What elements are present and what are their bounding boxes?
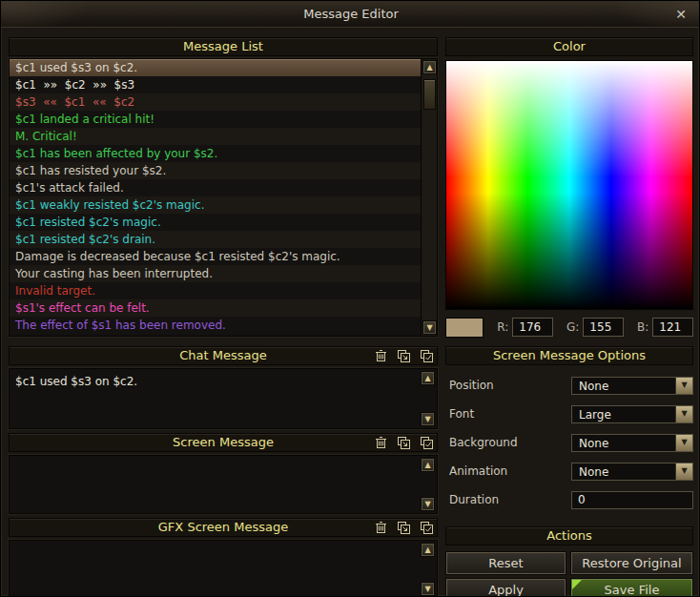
- apply-check-icon[interactable]: [420, 521, 434, 535]
- list-item[interactable]: $c1's attack failed.: [10, 179, 421, 196]
- dropdown-value: None: [579, 379, 608, 394]
- chevron-down-icon[interactable]: ▼: [675, 378, 692, 394]
- paste-icon[interactable]: [397, 521, 411, 535]
- scroll-down-icon[interactable]: ▼: [421, 497, 435, 511]
- chevron-down-icon[interactable]: ▼: [675, 406, 692, 422]
- delete-icon[interactable]: [374, 521, 388, 535]
- restore-original-button[interactable]: Restore Original: [570, 551, 693, 575]
- screen-message-options-title: Screen Message Options: [493, 348, 646, 362]
- scroll-up-icon[interactable]: ▲: [421, 543, 435, 557]
- dropdown-value: Large: [579, 407, 611, 422]
- message-list-header: Message List: [9, 37, 438, 56]
- screen-message-text: [10, 456, 437, 462]
- list-item[interactable]: Invalid target.: [10, 282, 421, 299]
- window-title: Message Editor: [1, 7, 700, 21]
- list-item[interactable]: $s1's effect can be felt.: [10, 299, 421, 317]
- g-label: G:: [566, 320, 579, 334]
- list-item[interactable]: $c1 has been affected by your $s2.: [10, 145, 421, 162]
- actions-title: Actions: [546, 528, 592, 543]
- action-button-label: Save File: [605, 583, 660, 597]
- chat-message-area[interactable]: $c1 used $s3 on $c2. ▲ ▼: [9, 368, 438, 429]
- scroll-up-icon[interactable]: ▲: [421, 458, 435, 472]
- left-column: Message List $c1 used $s3 on $c2.$c1 »» …: [9, 37, 438, 597]
- chat-message-header: Chat Message: [9, 346, 438, 365]
- r-label: R:: [497, 320, 508, 334]
- list-item[interactable]: $c1 »» $c2 »» $s3: [10, 76, 421, 93]
- list-item[interactable]: $s3 «« $c1 «« $c2: [10, 93, 421, 111]
- screen-message-header: Screen Message: [9, 433, 438, 452]
- paste-icon[interactable]: [397, 349, 411, 363]
- list-item[interactable]: Damage is decreased because $c1 resisted…: [10, 248, 421, 265]
- duration-label: Duration: [449, 493, 499, 506]
- right-column: Color R: 176 G: 155 B: 121 Screen Messag…: [445, 37, 693, 597]
- message-list-title: Message List: [183, 39, 263, 53]
- message-list-rows: $c1 used $s3 on $c2.$c1 »» $c2 »» $s3$s3…: [10, 59, 421, 334]
- chevron-down-icon[interactable]: ▼: [675, 463, 692, 480]
- list-item[interactable]: $c1 landed a critical hit!: [10, 111, 421, 128]
- action-button-label: Apply: [488, 583, 524, 597]
- font-dropdown[interactable]: Large▼: [571, 405, 693, 423]
- animation-label: Animation: [449, 464, 507, 478]
- options-rows: PositionNone▼FontLarge▼BackgroundNone▼An…: [445, 377, 693, 480]
- scroll-down-icon[interactable]: ▼: [421, 412, 435, 426]
- position-dropdown[interactable]: None▼: [571, 377, 693, 395]
- b-label: B:: [637, 320, 649, 334]
- screen-message-options-header: Screen Message Options: [445, 346, 693, 365]
- scroll-up-icon[interactable]: ▲: [421, 371, 435, 385]
- list-item[interactable]: The effect of $s1 has been removed.: [10, 317, 421, 334]
- option-row: FontLarge▼: [445, 405, 693, 422]
- color-picker-gradient[interactable]: [445, 60, 693, 310]
- action-button-label: Restore Original: [582, 556, 681, 570]
- actions-grid: ResetRestore OriginalApplySave File: [445, 551, 693, 597]
- b-input[interactable]: 121: [652, 318, 693, 337]
- title-bar: Message Editor ✕: [1, 1, 700, 28]
- list-item[interactable]: $c1 weakly resisted $c2's magic.: [10, 196, 421, 214]
- close-icon[interactable]: ✕: [672, 6, 690, 23]
- list-item[interactable]: $c1 resisted $c2's magic.: [10, 214, 421, 231]
- r-input[interactable]: 176: [512, 318, 553, 337]
- apply-check-icon[interactable]: [420, 349, 434, 363]
- message-list: $c1 used $s3 on $c2.$c1 »» $c2 »» $s3$s3…: [9, 58, 438, 337]
- message-list-scrollbar[interactable]: ▲ ▼: [421, 59, 437, 336]
- scroll-up-icon[interactable]: ▲: [422, 60, 437, 74]
- background-label: Background: [449, 436, 518, 449]
- list-item[interactable]: $c1 has resisted your $s2.: [10, 162, 421, 179]
- gfx-screen-message-title: GFX Screen Message: [158, 520, 288, 534]
- list-item[interactable]: M. Critical!: [10, 128, 421, 145]
- list-item[interactable]: Your casting has been interrupted.: [10, 265, 421, 282]
- background-dropdown[interactable]: None▼: [571, 434, 693, 452]
- screen-message-title: Screen Message: [173, 435, 274, 449]
- gfx-screen-message-header: GFX Screen Message: [9, 518, 438, 537]
- option-row: PositionNone▼: [445, 377, 693, 394]
- chat-message-text: $c1 used $s3 on $c2.: [10, 369, 437, 388]
- save-file-button[interactable]: Save File: [570, 578, 693, 597]
- scrollbar-thumb[interactable]: [423, 79, 436, 110]
- list-item[interactable]: $c1 resisted $c2's drain.: [10, 231, 421, 248]
- apply-check-icon[interactable]: [420, 436, 434, 450]
- actions-header: Actions: [445, 526, 693, 546]
- delete-icon[interactable]: [374, 436, 388, 450]
- scroll-down-icon[interactable]: ▼: [421, 582, 435, 596]
- rgb-row: R: 176 G: 155 B: 121: [445, 317, 693, 338]
- color-title: Color: [553, 39, 586, 53]
- reset-button[interactable]: Reset: [445, 551, 566, 575]
- dropdown-value: None: [579, 464, 608, 480]
- apply-button[interactable]: Apply: [445, 578, 566, 597]
- duration-input[interactable]: 0: [571, 491, 693, 509]
- animation-dropdown[interactable]: None▼: [571, 463, 693, 481]
- color-header: Color: [445, 37, 693, 56]
- option-row: BackgroundNone▼: [445, 434, 693, 451]
- gfx-screen-message-area[interactable]: ▲ ▼: [9, 540, 438, 597]
- screen-message-area[interactable]: ▲ ▼: [9, 455, 438, 514]
- g-input[interactable]: 155: [583, 318, 624, 337]
- chevron-down-icon[interactable]: ▼: [675, 435, 692, 451]
- action-button-label: Reset: [488, 556, 523, 570]
- delete-icon[interactable]: [374, 349, 388, 363]
- position-label: Position: [449, 379, 494, 392]
- font-label: Font: [449, 407, 474, 421]
- scroll-down-icon[interactable]: ▼: [422, 320, 437, 335]
- paste-icon[interactable]: [397, 436, 411, 450]
- dropdown-value: None: [579, 436, 608, 451]
- list-item[interactable]: $c1 used $s3 on $c2.: [10, 59, 421, 76]
- message-editor-window: Message Editor ✕ Message List $c1 used $…: [0, 0, 700, 597]
